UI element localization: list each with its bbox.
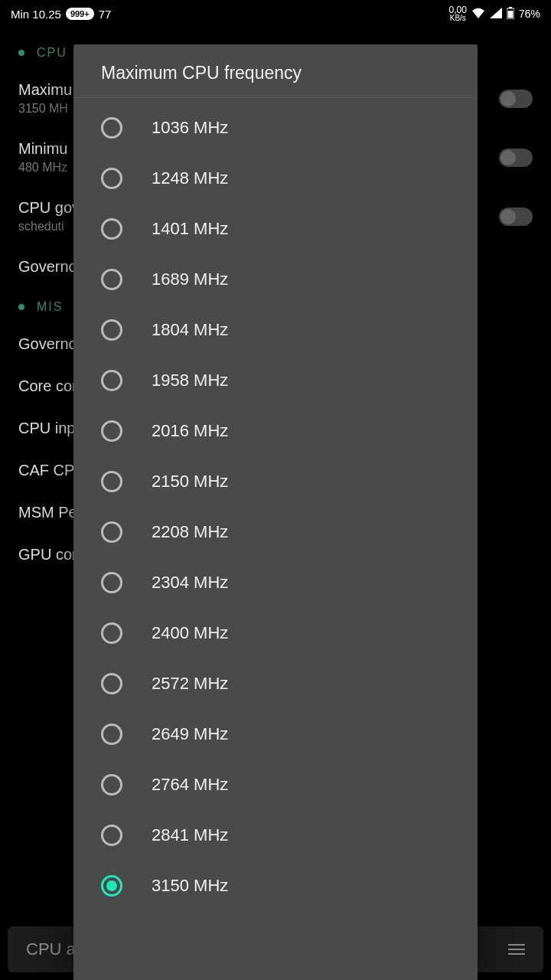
radio-icon[interactable] bbox=[101, 420, 122, 442]
network-speed: 0,00 KB/s bbox=[449, 5, 467, 22]
option-label: 1689 MHz bbox=[152, 270, 228, 289]
radio-icon[interactable] bbox=[101, 269, 122, 290]
option-label: 2764 MHz bbox=[152, 775, 228, 795]
frequency-option[interactable]: 1036 MHz bbox=[73, 103, 478, 153]
option-label: 1036 MHz bbox=[152, 118, 228, 138]
radio-icon[interactable] bbox=[101, 117, 122, 139]
radio-icon[interactable] bbox=[101, 572, 122, 593]
frequency-option[interactable]: 2572 MHz bbox=[73, 658, 478, 709]
option-label: 2841 MHz bbox=[152, 825, 228, 845]
option-label: 2016 MHz bbox=[152, 421, 228, 441]
frequency-option[interactable]: 1958 MHz bbox=[73, 355, 478, 406]
frequency-option[interactable]: 2016 MHz bbox=[73, 406, 478, 456]
radio-icon[interactable] bbox=[101, 622, 122, 644]
notification-badge: 999+ bbox=[66, 8, 94, 20]
status-notif: 77 bbox=[99, 8, 112, 21]
svg-rect-1 bbox=[509, 7, 512, 8]
option-label: 2304 MHz bbox=[152, 573, 228, 593]
radio-icon[interactable] bbox=[101, 875, 122, 897]
frequency-option[interactable]: 2841 MHz bbox=[73, 810, 478, 861]
frequency-option[interactable]: 2304 MHz bbox=[73, 557, 478, 608]
status-time: Min 10.25 bbox=[11, 8, 61, 21]
frequency-option[interactable]: 2208 MHz bbox=[73, 507, 478, 557]
setting-title: Minimu bbox=[18, 140, 67, 158]
setting-title: Governo bbox=[18, 335, 77, 353]
menu-icon[interactable] bbox=[508, 944, 525, 955]
setting-title: CPU gov bbox=[18, 199, 80, 217]
frequency-option[interactable]: 2649 MHz bbox=[73, 709, 478, 760]
frequency-option[interactable]: 2764 MHz bbox=[73, 760, 478, 810]
wifi-icon bbox=[471, 8, 485, 21]
radio-icon[interactable] bbox=[101, 825, 122, 846]
radio-icon[interactable] bbox=[101, 168, 122, 189]
setting-subtitle: 3150 MH bbox=[18, 102, 72, 116]
battery-icon bbox=[507, 7, 514, 21]
frequency-option[interactable]: 1689 MHz bbox=[73, 254, 478, 305]
setting-subtitle: scheduti bbox=[18, 220, 80, 234]
toggle-switch[interactable] bbox=[499, 149, 533, 167]
status-right: 0,00 KB/s 76% bbox=[449, 5, 540, 22]
option-label: 2649 MHz bbox=[152, 724, 228, 744]
section-dot-icon bbox=[18, 304, 24, 310]
option-label: 2150 MHz bbox=[152, 472, 228, 492]
setting-title: Core con bbox=[18, 377, 80, 395]
dialog-title: Maximum CPU frequency bbox=[73, 44, 478, 98]
section-dot-icon bbox=[18, 50, 24, 56]
radio-icon[interactable] bbox=[101, 774, 122, 795]
option-label: 2208 MHz bbox=[152, 522, 228, 542]
setting-title: MSM Per bbox=[18, 504, 82, 521]
frequency-option[interactable]: 1248 MHz bbox=[73, 153, 478, 204]
setting-subtitle: 480 MHz bbox=[18, 161, 67, 175]
setting-title: Maximu bbox=[18, 81, 72, 99]
frequency-option[interactable]: 1804 MHz bbox=[73, 305, 478, 355]
status-bar: Min 10.25 999+ 77 0,00 KB/s 76% bbox=[0, 0, 551, 28]
setting-title: Governo bbox=[18, 258, 77, 276]
option-label: 3150 MHz bbox=[152, 876, 228, 896]
option-label: 1248 MHz bbox=[152, 168, 228, 188]
frequency-option[interactable]: 1401 MHz bbox=[73, 204, 478, 254]
svg-rect-2 bbox=[507, 11, 513, 18]
option-label: 1958 MHz bbox=[152, 371, 228, 390]
radio-icon[interactable] bbox=[101, 724, 122, 745]
toggle-switch[interactable] bbox=[499, 90, 533, 108]
radio-icon[interactable] bbox=[101, 471, 122, 492]
signal-icon bbox=[490, 8, 502, 21]
status-left: Min 10.25 999+ 77 bbox=[11, 8, 111, 21]
option-label: 1804 MHz bbox=[152, 320, 228, 340]
frequency-option[interactable]: 2150 MHz bbox=[73, 456, 478, 507]
radio-icon[interactable] bbox=[101, 370, 122, 391]
option-label: 2400 MHz bbox=[152, 623, 228, 643]
toggle-switch[interactable] bbox=[499, 207, 533, 226]
radio-icon[interactable] bbox=[101, 218, 122, 240]
frequency-option[interactable]: 2400 MHz bbox=[73, 608, 478, 658]
option-label: 1401 MHz bbox=[152, 219, 228, 239]
setting-title: GPU con bbox=[18, 546, 80, 564]
radio-icon[interactable] bbox=[101, 673, 122, 694]
option-label: 2572 MHz bbox=[152, 674, 228, 694]
radio-icon[interactable] bbox=[101, 319, 122, 341]
dialog-option-list[interactable]: 1036 MHz1248 MHz1401 MHz1689 MHz1804 MHz… bbox=[73, 98, 478, 980]
cpu-frequency-dialog: Maximum CPU frequency 1036 MHz1248 MHz14… bbox=[73, 44, 478, 980]
battery-percent: 76% bbox=[519, 8, 540, 20]
bottom-bar-label: CPU a bbox=[26, 939, 76, 959]
radio-icon[interactable] bbox=[101, 521, 122, 543]
frequency-option[interactable]: 3150 MHz bbox=[73, 861, 478, 911]
